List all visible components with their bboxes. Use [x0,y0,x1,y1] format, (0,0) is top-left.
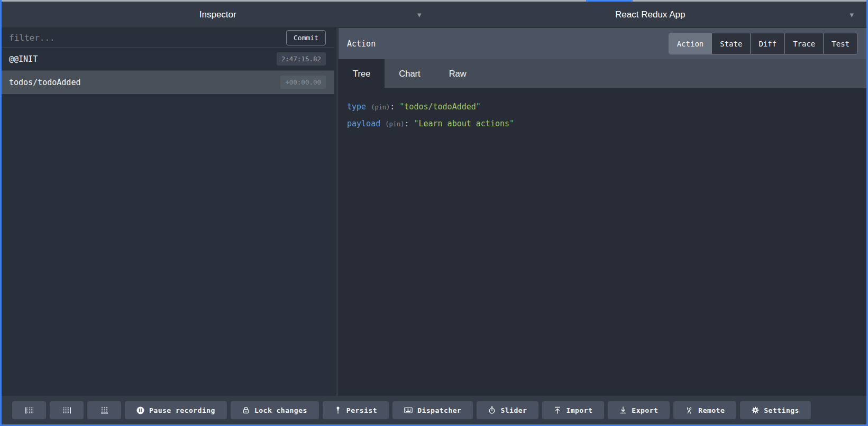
action-name: todos/todoAdded [9,78,80,87]
button-label: Lock changes [254,406,307,414]
subtab-raw[interactable]: Raw [435,59,481,88]
pin-link[interactable]: (pin) [371,104,390,111]
json-tree: type (pin):"todos/todoAdded" payload (pi… [339,88,866,396]
tree-row-payload: payload (pin):"Learn about actions" [347,116,858,133]
detail-header-title: Action [347,39,376,49]
monitor-select[interactable]: Inspector ▾ [2,2,434,27]
pin-icon [334,406,342,414]
detail-tab-group: Action State Diff Trace Test [669,33,858,54]
button-label: Remote [698,406,725,414]
panel-resize-handle[interactable] [334,28,339,396]
button-label: Export [632,406,658,414]
pane-position-left-button[interactable] [12,401,46,419]
monitor-title: Inspector [199,10,236,20]
action-list-item-init[interactable]: @@INIT 2:47:15.82 [2,48,334,71]
detail-header: Action Action State Diff Trace Test [339,28,866,59]
close-quote: " [509,119,514,128]
stopwatch-icon [488,406,496,414]
remote-button[interactable]: Remote [673,401,736,419]
open-quote: " [399,102,404,112]
instance-title: React Redux App [615,10,685,20]
resize-grip [336,28,337,396]
tree-value: todos/todoAdded [404,102,476,112]
pause-icon [136,406,144,414]
gear-icon [752,406,759,414]
detail-panel: Action Action State Diff Trace Test Tree… [339,28,866,396]
tab-trace[interactable]: Trace [785,33,824,54]
main-area: Commit @@INIT 2:47:15.82 todos/todoAdded… [2,28,866,396]
import-button[interactable]: Import [542,401,604,419]
colon: : [390,102,395,112]
action-list-panel: Commit @@INIT 2:47:15.82 todos/todoAdded… [2,28,334,396]
pane-right-icon [63,407,71,414]
settings-button[interactable]: Settings [740,401,811,419]
tree-key[interactable]: payload [347,119,380,128]
filter-input[interactable] [9,33,286,43]
tab-test[interactable]: Test [824,33,857,54]
redux-devtools-window: Inspector ▾ React Redux App ▾ Commit @@I… [0,0,868,426]
dispatcher-button[interactable]: Dispatcher [392,401,473,419]
pause-recording-button[interactable]: Pause recording [125,401,227,419]
commit-button[interactable]: Commit [286,30,326,45]
view-subtabs: Tree Chart Raw [339,59,866,88]
pane-bottom-icon [100,407,108,414]
action-name: @@INIT [9,54,38,64]
button-label: Pause recording [149,406,215,414]
tree-value: Learn about actions [418,119,509,128]
instance-select[interactable]: React Redux App ▾ [434,2,867,27]
action-timestamp-badge: +00:00.00 [280,76,326,89]
chevron-down-icon[interactable]: ▾ [417,10,422,20]
action-timestamp-badge: 2:47:15.82 [277,52,326,66]
lock-changes-button[interactable]: Lock changes [231,401,319,419]
export-icon [619,406,627,414]
pane-left-icon [25,407,33,414]
action-list-item-todo-added[interactable]: todos/todoAdded +00:00.00 [2,71,334,94]
subtab-tree[interactable]: Tree [339,59,385,88]
header-bar: Inspector ▾ React Redux App ▾ [2,2,866,28]
button-label: Slider [500,406,527,414]
bottom-toolbar: Pause recording Lock changes Persist Dis… [2,396,866,424]
antenna-icon [685,406,693,414]
keyboard-icon [404,407,413,413]
button-label: Settings [764,406,799,414]
filter-row: Commit [2,28,334,48]
pane-position-bottom-button[interactable] [87,401,121,419]
tab-action[interactable]: Action [669,33,712,54]
button-label: Persist [346,406,377,414]
button-label: Dispatcher [417,406,461,414]
slider-button[interactable]: Slider [477,401,538,419]
tree-row-type: type (pin):"todos/todoAdded" [347,99,858,116]
persist-button[interactable]: Persist [323,401,389,419]
import-icon [554,406,561,414]
tab-state[interactable]: State [712,33,751,54]
chevron-down-icon[interactable]: ▾ [849,10,854,20]
close-quote: " [476,102,481,112]
colon: : [404,119,409,128]
pin-link[interactable]: (pin) [385,121,404,128]
subtab-chart[interactable]: Chart [385,59,434,88]
pane-position-right-button[interactable] [50,401,84,419]
lock-icon [242,406,250,414]
button-label: Import [566,406,592,414]
tree-key[interactable]: type [347,102,366,112]
tab-diff[interactable]: Diff [751,33,785,54]
export-button[interactable]: Export [608,401,670,419]
